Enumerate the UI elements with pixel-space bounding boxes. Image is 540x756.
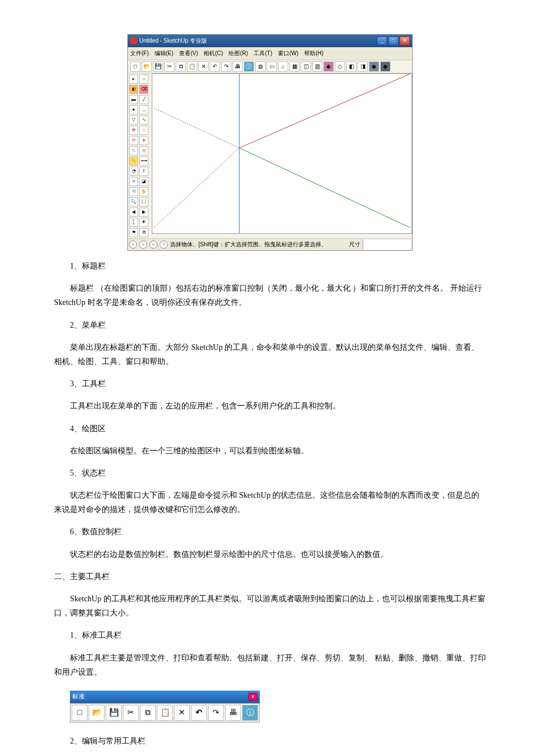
info-icon[interactable]: ⓘ [242,705,258,721]
rect-icon[interactable]: ▬ [129,95,138,104]
circle-icon[interactable]: ● [129,105,138,114]
menu-camera[interactable]: 相机(C) [203,48,223,59]
undo-icon[interactable]: ↶ [191,705,207,721]
heading2: 二、主要工具栏 [54,569,486,584]
menubar: 文件(F) 编辑(E) 查看(V) 相机(C) 绘图(R) 工具(T) 窗口(W… [128,47,412,60]
menu-view[interactable]: 查看(V) [179,48,198,59]
drawing-area[interactable] [152,73,412,234]
pan-icon[interactable]: ✋ [139,187,148,196]
paste-icon[interactable]: 📋 [157,705,173,721]
icon-k[interactable]: ◆ [369,61,379,72]
info-icon[interactable]: ⓘ [244,61,254,72]
side-toolbar: ▸○ ◐⌫ ▬╱ ●◡ ▽∿ ✥↕ ⟳➤ ⤡◎ 📏⟷ ◔T ✳◪ ⟲✋ 🔍⛶ ◀… [128,73,152,238]
rotate-icon[interactable]: ⟳ [129,136,138,145]
sec6-num: 6、数值控制栏 [54,524,486,539]
paint-icon[interactable]: ◐ [129,85,138,94]
status-circ-1[interactable]: ○ [129,241,137,249]
select-icon[interactable]: ▸ [129,75,138,84]
section-icon[interactable]: ◪ [139,177,148,186]
icon-d[interactable]: ▦ [289,61,300,72]
menu-help[interactable]: 帮助(H) [304,48,323,59]
eraser-icon[interactable]: ⌫ [139,85,148,94]
icon-a[interactable]: ◍ [255,61,265,72]
menu-tools[interactable]: 工具(T) [254,48,272,59]
icon-j[interactable]: ◨ [358,61,368,72]
scale-icon[interactable]: ⤡ [129,146,138,155]
dim-icon[interactable]: ⟷ [139,156,148,166]
delete-icon[interactable]: ✕ [198,61,209,72]
maximize-button[interactable]: □ [388,36,398,46]
cut-icon[interactable]: ✂ [123,705,139,721]
save-icon[interactable]: 💾 [153,61,163,72]
open-icon[interactable]: 📂 [89,705,105,721]
copy-icon[interactable]: ⧉ [176,61,186,72]
new-icon[interactable]: □ [72,705,88,721]
sec3-body: 工具栏出现在菜单的下面，左边的应用栏，包含一系列用户化的工具和控制。 [54,399,486,413]
titlebar: Untitled - SketchUp 专业版 _ □ ✕ [128,35,412,47]
menu-draw[interactable]: 绘图(R) [229,48,248,59]
icon-i[interactable]: ◧ [346,61,356,72]
freehand-icon[interactable]: ∿ [139,115,148,125]
paste-icon[interactable]: 📋 [187,61,197,72]
icon-s1[interactable]: ○ [139,75,148,84]
sub1-num: 1、标准工具栏 [54,628,486,642]
prev-icon[interactable]: ◀ [129,208,138,217]
icon-g[interactable]: ◆ [323,61,334,72]
icon-l[interactable]: ◆ [380,61,391,72]
window-title: Untitled - SketchUp 专业版 [139,36,207,46]
icon-e[interactable]: ◫ [301,61,311,72]
print-icon[interactable]: 🖶 [232,61,243,72]
misc-icon[interactable]: ⚙ [139,228,148,237]
next-icon[interactable]: ▶ [139,208,148,217]
sub2-num: 2、编辑与常用工具栏 [54,734,486,748]
print-icon[interactable]: 🖶 [225,705,241,721]
status-circ-2[interactable]: ○ [139,241,147,249]
tape-icon[interactable]: 📏 [129,156,138,166]
sec1-body: 标题栏 （在绘图窗口的顶部）包括右边的标准窗口控制（关闭，最小化，最大化 ）和窗… [54,281,486,309]
heading2-body: SketchUp 的工具栏和其他应用程序的工具栏类似。可以游离或者吸附到绘图窗口… [54,592,486,620]
sec3-num: 3、工具栏 [54,377,486,391]
icon-f[interactable]: ▥ [312,61,322,72]
sec2-body: 菜单出现在标题栏的下面。大部分 SketchUp 的工具，命令和菜单中的设置。默… [54,340,486,369]
zoom-ext-icon[interactable]: ⛶ [139,197,148,206]
redo-icon[interactable]: ↷ [221,61,231,72]
icon-b[interactable]: ▭ [267,61,277,72]
line-icon[interactable]: ╱ [139,95,148,104]
dim-input[interactable] [363,239,411,250]
move-icon[interactable]: ✥ [129,126,138,135]
pos-icon[interactable]: ⚑ [129,228,138,237]
walk-icon[interactable]: 🚶 [129,218,138,227]
axes-icon[interactable]: ✳ [129,177,138,186]
undo-icon[interactable]: ↶ [210,61,220,72]
push-icon[interactable]: ↕ [139,126,148,135]
save-icon[interactable]: 💾 [106,705,122,721]
menu-edit[interactable]: 编辑(E) [155,48,173,59]
follow-icon[interactable]: ➤ [139,136,148,145]
delete-icon[interactable]: ✕ [174,705,190,721]
look-icon[interactable]: 👁 [139,218,148,227]
text-icon[interactable]: T [139,167,148,176]
redo-icon[interactable]: ↷ [208,705,224,721]
minimize-button[interactable]: _ [377,36,387,46]
menu-file[interactable]: 文件(F) [130,48,149,59]
zoom-icon[interactable]: 🔍 [129,197,138,206]
standard-toolbar-close-icon[interactable]: ✕ [248,693,257,701]
icon-h[interactable]: ◇ [335,61,345,72]
orbit-icon[interactable]: ⟲ [129,187,138,196]
menu-window[interactable]: 窗口(W) [278,48,298,59]
sec6-body: 状态栏的右边是数值控制栏。数值控制栏显示绘图中的尺寸信息。也可以接受输入的数值。 [54,547,486,561]
offset-icon[interactable]: ◎ [139,146,148,155]
protractor-icon[interactable]: ◔ [129,167,138,176]
arc-icon[interactable]: ◡ [139,105,148,114]
poly-icon[interactable]: ▽ [129,115,138,125]
icon-c[interactable]: ⌂ [278,61,288,72]
new-icon[interactable]: □ [130,61,140,72]
status-circ-3[interactable]: ○ [149,241,157,249]
status-tip: 选择物体。[Shift]键：扩大选择范围。拖曳鼠标进行多重选择。 [170,239,347,250]
svg-line-1 [154,108,239,148]
open-icon[interactable]: 📂 [142,61,152,72]
cut-icon[interactable]: ✂ [164,61,175,72]
copy-icon[interactable]: ⧉ [140,705,156,721]
close-button[interactable]: ✕ [400,36,410,46]
status-help-icon[interactable]: ? [160,241,168,249]
